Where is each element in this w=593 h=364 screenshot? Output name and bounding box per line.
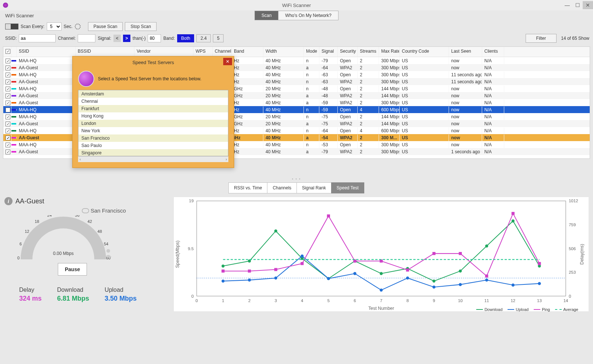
svg-point-63 bbox=[459, 283, 462, 286]
tab-speed-test[interactable]: Speed Test bbox=[331, 182, 364, 193]
dialog-prompt: Select a Speed Test Server from the loca… bbox=[98, 76, 201, 81]
svg-point-54 bbox=[221, 280, 224, 283]
col-ssid[interactable]: SSID bbox=[17, 47, 76, 57]
svg-text:759: 759 bbox=[569, 223, 576, 227]
svg-rect-77 bbox=[485, 274, 488, 277]
svg-point-42 bbox=[248, 259, 251, 262]
col-lastseen[interactable]: Last Seen bbox=[449, 47, 482, 57]
app-name: WiFi Scanner bbox=[5, 13, 34, 18]
col-bssid[interactable]: BSSID bbox=[76, 47, 134, 57]
server-item[interactable]: Hong Kong bbox=[78, 112, 228, 120]
col-channel[interactable]: Channel bbox=[213, 47, 232, 57]
pause-test-button[interactable]: Pause bbox=[58, 263, 87, 276]
server-item[interactable]: London bbox=[78, 120, 228, 127]
svg-text:506: 506 bbox=[569, 246, 576, 251]
svg-rect-68 bbox=[248, 270, 251, 273]
col-width[interactable]: Width bbox=[263, 47, 304, 57]
auto-scan-toggle[interactable] bbox=[5, 24, 18, 29]
server-item[interactable]: Frankfurt bbox=[78, 105, 228, 112]
server-item[interactable]: Sao Paulo bbox=[78, 142, 228, 149]
person-icon bbox=[104, 248, 113, 257]
delay-label: Delay bbox=[19, 287, 42, 293]
svg-point-43 bbox=[274, 230, 277, 232]
col-wps[interactable]: WPS bbox=[193, 47, 213, 57]
svg-point-52 bbox=[512, 220, 515, 223]
svg-rect-78 bbox=[512, 212, 515, 215]
server-item[interactable]: Chennai bbox=[78, 98, 228, 105]
filter-button[interactable]: Filter bbox=[526, 34, 557, 43]
spinner-icon bbox=[75, 24, 81, 29]
svg-text:14: 14 bbox=[564, 298, 568, 303]
legend-average: Average bbox=[563, 307, 578, 312]
tab-channels[interactable]: Channels bbox=[267, 182, 297, 193]
channel-filter-label: Channel: bbox=[58, 36, 76, 41]
legend-ping: Ping bbox=[542, 307, 550, 312]
svg-rect-13 bbox=[197, 201, 566, 296]
signal-threshold-input[interactable] bbox=[148, 34, 161, 42]
window-title: WiFi Scanner bbox=[282, 3, 311, 8]
svg-point-60 bbox=[380, 288, 383, 291]
svg-point-64 bbox=[485, 279, 488, 281]
ssid-filter-label: SSID: bbox=[5, 36, 17, 41]
svg-text:1012: 1012 bbox=[569, 199, 578, 203]
panel-splitter[interactable]: • • • bbox=[0, 177, 593, 181]
ssid-filter-input[interactable] bbox=[19, 34, 56, 42]
col-signal[interactable]: Signal bbox=[319, 47, 338, 57]
svg-point-56 bbox=[274, 277, 277, 280]
info-icon[interactable]: i bbox=[4, 197, 13, 205]
svg-text:0.00 Mbps: 0.00 Mbps bbox=[53, 251, 74, 256]
band-5-button[interactable]: 5 bbox=[213, 34, 224, 42]
tab-whos-on-network[interactable]: Who's On My Network? bbox=[278, 11, 338, 20]
showing-count: 14 of 65 Show bbox=[561, 36, 589, 41]
col-country[interactable]: Country Code bbox=[400, 47, 449, 57]
server-item[interactable]: New York bbox=[78, 127, 228, 134]
maximize-button[interactable]: ☐ bbox=[572, 1, 583, 9]
svg-text:0: 0 bbox=[569, 294, 571, 298]
server-item[interactable]: Amsterdam bbox=[78, 90, 228, 98]
svg-text:18: 18 bbox=[35, 219, 39, 224]
wifi-icon bbox=[78, 71, 94, 87]
channel-filter-input[interactable] bbox=[78, 34, 95, 42]
tab-signal-rank[interactable]: Signal Rank bbox=[296, 182, 331, 193]
svg-rect-74 bbox=[406, 269, 409, 272]
svg-text:12: 12 bbox=[511, 298, 516, 303]
bottom-tabs: RSSI vs. Time Channels Signal Rank Speed… bbox=[0, 182, 593, 193]
pause-scan-button[interactable]: Pause Scan bbox=[88, 22, 123, 31]
svg-point-61 bbox=[406, 277, 409, 280]
col-band[interactable]: Band bbox=[232, 47, 263, 57]
signal-greater-button[interactable]: > bbox=[123, 35, 130, 42]
scan-interval-select[interactable]: 5 bbox=[47, 22, 62, 31]
col-security[interactable]: Security bbox=[338, 47, 358, 57]
minimize-button[interactable]: — bbox=[562, 1, 572, 9]
dialog-close-button[interactable]: ✕ bbox=[223, 58, 232, 65]
server-item[interactable]: San Francisco bbox=[78, 134, 228, 142]
signal-less-button[interactable]: < bbox=[113, 35, 121, 42]
band-both-button[interactable]: Both bbox=[177, 34, 194, 42]
col-mode[interactable]: Mode bbox=[304, 47, 319, 57]
svg-rect-72 bbox=[353, 259, 356, 262]
col-streams[interactable]: Streams bbox=[358, 47, 379, 57]
delay-value: 324 ms bbox=[19, 295, 42, 302]
svg-point-49 bbox=[432, 280, 435, 283]
toolbar-filters: SSID: Channel: Signal: < > than(-) Band:… bbox=[0, 32, 593, 44]
col-clients[interactable]: Clients bbox=[482, 47, 504, 57]
col-vendor[interactable]: Vendor bbox=[134, 47, 193, 57]
close-button[interactable]: ✕ bbox=[583, 1, 593, 9]
band-24-button[interactable]: 2.4 bbox=[196, 34, 211, 42]
svg-point-47 bbox=[380, 272, 383, 275]
download-value: 6.81 Mbps bbox=[57, 295, 89, 302]
list-scrollbar[interactable]: ‹› bbox=[78, 156, 228, 162]
upload-value: 3.50 Mbps bbox=[105, 295, 137, 302]
stop-scan-button[interactable]: Stop Scan bbox=[125, 22, 156, 31]
svg-point-57 bbox=[301, 255, 303, 258]
select-all-checkbox[interactable]: ✓ bbox=[6, 49, 10, 54]
tab-scan[interactable]: Scan bbox=[255, 11, 278, 20]
signal-filter-label: Signal: bbox=[98, 36, 111, 41]
col-maxrate[interactable]: Max Rate bbox=[379, 47, 400, 57]
tab-rssi-time[interactable]: RSSI vs. Time bbox=[228, 182, 267, 193]
server-list[interactable]: AmsterdamChennaiFrankfurtHong KongLondon… bbox=[78, 90, 228, 156]
than-label: than(-) bbox=[133, 36, 145, 41]
svg-point-12 bbox=[106, 249, 110, 253]
svg-point-65 bbox=[512, 284, 515, 287]
server-item[interactable]: Singapore bbox=[78, 149, 228, 156]
